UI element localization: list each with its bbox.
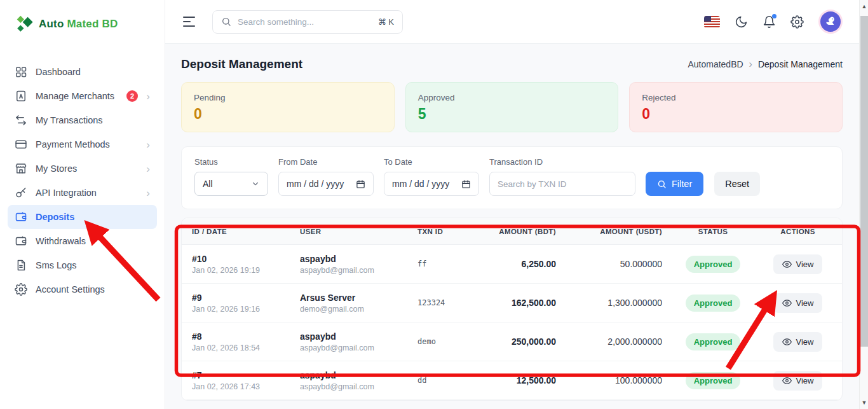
view-button[interactable]: View — [773, 293, 823, 313]
chevron-right-icon: › — [146, 163, 150, 174]
deposit-id: #8 — [192, 331, 300, 342]
eye-icon — [782, 298, 792, 308]
stats-cards: Pending 0 Approved 5 Rejected 0 — [181, 82, 843, 132]
txn-id-input[interactable] — [498, 179, 627, 189]
column-header: ACTIONS — [780, 228, 815, 235]
key-icon — [15, 186, 27, 199]
dashboard-icon — [15, 66, 27, 78]
scroll-up-arrow-icon[interactable]: ▲ — [860, 2, 868, 11]
deposit-date: Jan 02, 2026 17:43 — [192, 382, 300, 391]
eye-icon — [782, 376, 792, 385]
txn-id: ff — [417, 260, 481, 268]
global-search[interactable]: ⌘ K — [212, 10, 403, 34]
scrollbar-thumb[interactable] — [860, 16, 868, 347]
amount-usdt: 1,300.000000 — [556, 298, 662, 308]
chevron-right-icon: › — [146, 91, 150, 102]
status-select[interactable]: All — [194, 172, 268, 196]
sidebar-item-payment-methods[interactable]: Payment Methods › — [8, 132, 157, 156]
brand-logo[interactable]: Auto Mated BD — [0, 0, 165, 43]
main-content: Deposit Management AutomatedBD › Deposit… — [165, 44, 859, 409]
deposit-date: Jan 02, 2026 19:16 — [192, 305, 300, 314]
user-email: aspaybd@gmail.com — [300, 343, 417, 352]
breadcrumb-separator-icon: › — [749, 59, 752, 70]
transfer-icon — [15, 114, 27, 127]
eye-icon — [782, 260, 792, 269]
search-icon — [657, 179, 667, 189]
chevron-right-icon: › — [146, 188, 150, 198]
user-name: aspaybd — [300, 370, 417, 380]
txn-id: demo — [417, 337, 481, 346]
wallet-icon — [15, 211, 27, 223]
view-button[interactable]: View — [773, 371, 823, 391]
amount-bdt: 6,250.00 — [481, 259, 556, 269]
status-badge: Approved — [686, 333, 741, 350]
view-button[interactable]: View — [773, 254, 823, 274]
deposit-id: #9 — [192, 293, 300, 303]
credit-card-icon — [15, 138, 27, 151]
status-badge: Approved — [686, 295, 741, 312]
stat-card: Pending 0 — [181, 82, 395, 132]
sidebar-item-my-stores[interactable]: My Stores › — [8, 156, 157, 181]
filter-panel: Status All From Date mm / dd / yyyy To D… — [181, 146, 843, 209]
column-header: ID / DATE — [192, 228, 300, 235]
dark-mode-moon-icon[interactable] — [735, 15, 748, 29]
user-email: aspaybd@gmail.com — [300, 266, 417, 275]
user-name: Arsus Server — [300, 293, 417, 303]
sidebar-item-account-settings[interactable]: Account Settings › — [8, 277, 157, 302]
scrollbar[interactable]: ▲ ▼ — [859, 0, 868, 409]
column-header: TXN ID — [417, 228, 481, 235]
sidebar-item-dashboard[interactable]: Dashboard › — [8, 60, 157, 84]
deposit-id: #10 — [192, 254, 300, 264]
topbar: ⌘ K — [165, 0, 859, 44]
store-icon — [15, 162, 27, 175]
table-header-row: ID / DATEUSERTXN IDAMOUNT (BDT)AMOUNT (U… — [182, 218, 842, 245]
txn-id: dd — [417, 376, 481, 385]
scroll-down-arrow-icon[interactable]: ▼ — [860, 398, 868, 407]
page-title: Deposit Management — [181, 57, 302, 71]
table-body: #10 Jan 02, 2026 19:19 aspaybd aspaybd@g… — [182, 245, 842, 400]
filter-button[interactable]: Filter — [646, 172, 703, 196]
sidebar-item-deposits[interactable]: Deposits › — [8, 205, 157, 229]
deposit-id: #7 — [192, 370, 300, 380]
sidebar-item-withdrawals[interactable]: Withdrawals › — [8, 229, 157, 253]
breadcrumb-current: Deposit Management — [758, 59, 843, 69]
status-filter-label: Status — [194, 157, 268, 167]
language-flag-us-icon[interactable] — [704, 16, 720, 28]
sidebar-item-manage-merchants[interactable]: Manage Merchants 2 › — [8, 84, 157, 108]
sidebar-item-sms-logs[interactable]: Sms Logs › — [8, 253, 157, 277]
deposits-table: ID / DATEUSERTXN IDAMOUNT (BDT)AMOUNT (U… — [181, 218, 843, 401]
stat-label: Pending — [194, 93, 382, 102]
merchant-file-icon — [15, 90, 27, 102]
search-input[interactable] — [238, 17, 372, 27]
from-date-input[interactable]: mm / dd / yyyy — [278, 172, 374, 196]
column-header: AMOUNT (BDT) — [481, 228, 556, 235]
chevron-right-icon: › — [146, 139, 150, 150]
sidebar: Auto Mated BD Dashboard › Manage Merchan… — [0, 0, 165, 409]
sidebar-item-api-integration[interactable]: API Integration › — [8, 181, 157, 205]
sidebar-item-my-transactions[interactable]: My Transactions › — [8, 108, 157, 132]
to-date-input[interactable]: mm / dd / yyyy — [384, 172, 479, 196]
reset-button[interactable]: Reset — [714, 172, 760, 196]
to-date-label: To Date — [384, 157, 479, 167]
amount-bdt: 250,000.00 — [481, 336, 556, 347]
notification-dot — [772, 14, 776, 18]
view-button[interactable]: View — [773, 332, 823, 352]
breadcrumb-root[interactable]: AutomatedBD — [688, 59, 743, 69]
amount-usdt: 100.000000 — [556, 375, 662, 385]
stat-value: 0 — [194, 106, 382, 123]
search-icon — [221, 17, 231, 27]
deposit-date: Jan 02, 2026 19:19 — [192, 266, 300, 275]
txn-id: 123324 — [417, 298, 481, 307]
stat-label: Rejected — [642, 93, 830, 102]
from-date-label: From Date — [278, 157, 374, 167]
document-icon — [15, 259, 27, 272]
stat-value: 5 — [418, 106, 606, 123]
brand-logo-icon — [14, 14, 34, 34]
menu-toggle-icon[interactable] — [183, 17, 197, 27]
settings-gear-icon[interactable] — [790, 15, 804, 29]
wallet-icon — [15, 235, 27, 247]
table-row: #9 Jan 02, 2026 19:16 Arsus Server demo@… — [182, 284, 842, 322]
notifications-bell-icon[interactable] — [763, 15, 776, 29]
user-avatar[interactable] — [818, 10, 843, 34]
stat-card: Rejected 0 — [629, 82, 843, 132]
